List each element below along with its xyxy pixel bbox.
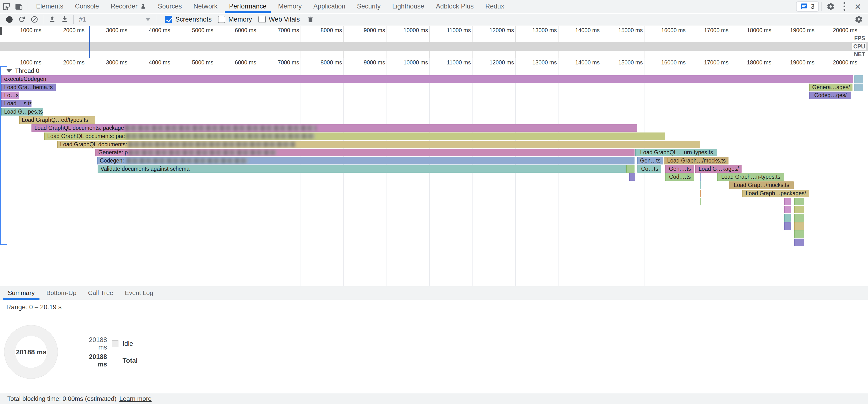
history-select[interactable]: #1	[76, 14, 154, 24]
flame-bar-load-graph-n-types-ts[interactable]: Load Graph…n-types.ts	[717, 173, 784, 181]
flame-bar[interactable]	[794, 222, 804, 230]
time-tick-label: 15000 ms	[607, 27, 643, 34]
gridline	[43, 58, 43, 286]
flame-bar-generate-p[interactable]: Generate: p	[95, 149, 634, 156]
tab-recorder[interactable]: Recorder	[105, 0, 152, 13]
redacted-text	[128, 142, 295, 147]
load-profile-icon[interactable]	[46, 14, 58, 25]
overview-playhead[interactable]	[89, 26, 90, 58]
device-toolbar-icon[interactable]	[12, 0, 25, 12]
flame-bar-load-graphql-documents-pac[interactable]: Load GraphQL documents: pac	[44, 132, 665, 140]
inspect-element-icon[interactable]	[0, 0, 12, 12]
detail-tab-event-log[interactable]: Event Log	[119, 286, 159, 300]
tab-security[interactable]: Security	[351, 0, 386, 13]
time-tick-label: 19000 ms	[778, 27, 814, 34]
flame-bar[interactable]	[700, 190, 702, 197]
timeline-overview[interactable]: 1000 ms2000 ms3000 ms4000 ms5000 ms6000 …	[0, 26, 868, 58]
flame-bar-label: Co…ts	[641, 165, 658, 173]
settings-gear-icon[interactable]	[824, 0, 837, 12]
checkbox-screenshots[interactable]: Screenshots	[165, 16, 212, 23]
flame-bar[interactable]	[700, 173, 702, 181]
flame-bar[interactable]	[855, 84, 863, 91]
tab-memory[interactable]: Memory	[272, 0, 308, 13]
flame-bar[interactable]	[794, 214, 804, 222]
learn-more-link[interactable]: Learn more	[119, 395, 152, 403]
tab-console[interactable]: Console	[69, 0, 105, 13]
detail-tab-bottom-up[interactable]: Bottom-Up	[40, 286, 82, 300]
time-tick-label: 16000 ms	[649, 27, 686, 34]
flame-bar-load-gra-hema-ts[interactable]: Load Gra…hema.ts	[1, 84, 56, 91]
checkbox-unchecked-icon[interactable]	[218, 16, 225, 23]
flame-bar[interactable]	[855, 75, 863, 83]
legend-row-idle: 20188 ms Idle	[80, 339, 133, 348]
more-options-kebab-icon[interactable]	[837, 0, 851, 12]
detail-tab-call-tree[interactable]: Call Tree	[82, 286, 119, 300]
clear-recording-icon[interactable]	[28, 14, 41, 25]
checkbox-checked-icon[interactable]	[165, 16, 172, 23]
flame-bar-load-graphql-documents-package[interactable]: Load GraphQL documents: package	[31, 124, 637, 132]
flame-bar[interactable]	[700, 198, 701, 206]
tab-elements[interactable]: Elements	[30, 0, 69, 13]
flame-bar-cod-ts[interactable]: Cod.…ts	[665, 173, 694, 181]
flame-chart[interactable]: 1000 ms2000 ms3000 ms4000 ms5000 ms6000 …	[0, 58, 868, 286]
flame-bar[interactable]	[794, 198, 804, 206]
flame-bar-codegen[interactable]: Codegen:	[97, 157, 634, 164]
tab-sources[interactable]: Sources	[152, 0, 188, 13]
flame-bar-load-grap-mocks-ts[interactable]: Load Grap…/mocks.ts	[729, 181, 794, 189]
flame-bar-label: Load G…kages/	[699, 165, 739, 173]
tab-network[interactable]: Network	[188, 0, 223, 13]
flame-bar[interactable]	[629, 173, 635, 181]
issues-button[interactable]: 3	[796, 1, 819, 12]
reload-and-record-button[interactable]	[16, 14, 28, 25]
flame-bar-executecodegen[interactable]: executeCodegen	[1, 75, 853, 83]
flame-bar-load-g-pes-ts[interactable]: Load G…pes.ts	[1, 108, 43, 116]
flame-bar-codeg-ges[interactable]: Codeg…ges/	[809, 92, 851, 99]
trash-icon[interactable]	[304, 14, 317, 25]
time-tick-label: 10000 ms	[392, 27, 428, 34]
tab-label: Redux	[485, 3, 504, 10]
checkbox-memory[interactable]: Memory	[218, 16, 252, 23]
capture-settings-gear-icon[interactable]	[852, 14, 865, 25]
checkbox-label: Web Vitals	[269, 16, 300, 23]
detail-tab-summary[interactable]: Summary	[2, 286, 40, 300]
flame-bar[interactable]	[700, 181, 702, 189]
thread-triangle-icon	[6, 69, 12, 73]
flame-bar-label: Load GraphQL documents:	[58, 141, 127, 148]
flame-bar-validate-documents-against-schema[interactable]: Validate documents against schema	[98, 165, 626, 173]
time-tick-label: 9000 ms	[349, 59, 385, 66]
flame-bar-load-graph-packages[interactable]: Load Graph…packages/	[742, 190, 809, 197]
flame-bar[interactable]	[794, 206, 804, 213]
record-button[interactable]	[3, 14, 16, 25]
flame-bar[interactable]	[784, 206, 791, 213]
flame-bar[interactable]	[784, 222, 791, 230]
tab-lighthouse[interactable]: Lighthouse	[386, 0, 430, 13]
flame-bar-genera-ages[interactable]: Genera…ages/	[809, 84, 852, 91]
flame-bar[interactable]	[794, 239, 804, 246]
time-tick-label: 12000 ms	[477, 27, 514, 34]
flame-bar-co-ts[interactable]: Co…ts	[638, 165, 661, 173]
checkbox-web-vitals[interactable]: Web Vitals	[258, 16, 300, 23]
flame-bar[interactable]	[784, 214, 791, 222]
flame-bar-load-g-kages[interactable]: Load G…kages/	[695, 165, 742, 173]
checkbox-unchecked-icon[interactable]	[258, 16, 266, 23]
close-icon[interactable]: ×	[851, 0, 865, 12]
tab-label: Elements	[36, 3, 63, 10]
save-profile-icon[interactable]	[58, 14, 71, 25]
thread-header[interactable]: Thread 0	[6, 67, 39, 74]
tab-redux[interactable]: Redux	[479, 0, 510, 13]
flame-bar-load-graphq-ed-types-ts[interactable]: Load GraphQ…ed/types.ts	[19, 116, 95, 124]
tab-adblock-plus[interactable]: Adblock Plus	[430, 0, 479, 13]
flame-bar-load-graphql-urn-types-ts[interactable]: Load GraphQL …urn-types.ts	[635, 149, 717, 156]
flame-bar[interactable]	[794, 230, 804, 238]
flame-bar-gen-ts[interactable]: Gen…ts	[637, 157, 663, 164]
flame-bar-gen-ts[interactable]: Gen.…ts	[665, 165, 694, 173]
tab-performance[interactable]: Performance	[223, 0, 273, 13]
flame-bar-load-graph-mocks-ts[interactable]: Load Graph…/mocks.ts	[663, 157, 728, 164]
flame-bar-lo-s[interactable]: Lo…s	[1, 92, 20, 99]
flame-bar-load-s-ts[interactable]: Load …s.ts	[1, 100, 31, 107]
tab-application[interactable]: Application	[308, 0, 351, 13]
flame-bar[interactable]	[784, 198, 791, 206]
total-label: Total	[123, 357, 138, 365]
flame-bar-load-graphql-documents[interactable]: Load GraphQL documents:	[57, 141, 700, 148]
flame-bar[interactable]	[626, 165, 634, 173]
